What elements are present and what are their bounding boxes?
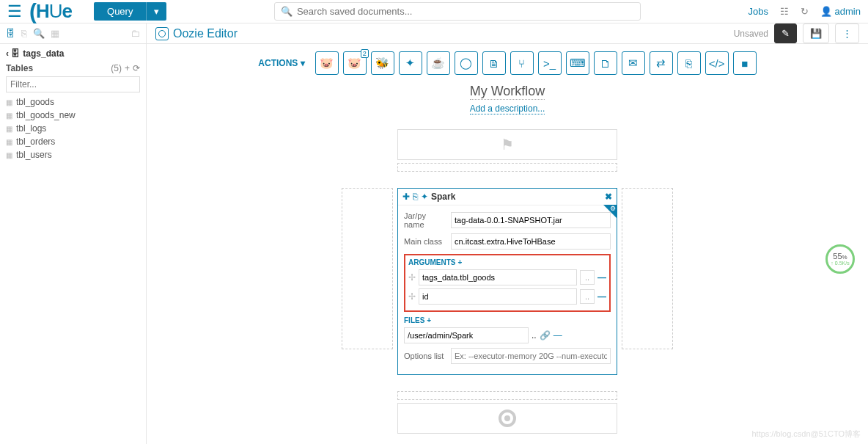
plus-icon: + — [457, 258, 462, 266]
tool-spark-icon[interactable]: ✦ — [399, 51, 422, 75]
settings-corner[interactable] — [603, 205, 617, 218]
copy-icon[interactable]: ⎘ — [21, 28, 27, 39]
tables-heading: Tables — [6, 63, 33, 73]
tool-pig2-icon[interactable]: 🐷2 — [343, 51, 367, 75]
argument-row: ✢..— — [408, 269, 606, 285]
tool-file-icon[interactable]: 🗋 — [594, 51, 617, 75]
tool-generic-icon[interactable]: </> — [705, 51, 729, 75]
table-row[interactable]: ▦tbl_orders — [6, 135, 140, 148]
files-header[interactable]: FILES + — [404, 316, 611, 324]
plus-icon: + — [427, 316, 431, 324]
drop-zone[interactable] — [397, 163, 617, 172]
link-icon[interactable]: 🔗 — [540, 330, 551, 341]
user-link[interactable]: 👤 admin — [820, 6, 861, 17]
jobs-link[interactable]: Jobs — [748, 6, 768, 17]
close-icon[interactable]: ✖ — [605, 192, 612, 202]
arg-dd[interactable]: .. — [580, 270, 595, 285]
table-row[interactable]: ▦tbl_logs — [6, 122, 140, 135]
file-input[interactable] — [404, 327, 529, 343]
zoom-icon[interactable]: 🔍 — [33, 28, 45, 39]
opts-label: Options list — [404, 352, 446, 360]
grip-icon[interactable]: ✢ — [408, 291, 416, 302]
arg-input[interactable] — [419, 288, 577, 305]
workflow-desc[interactable]: Add a description... — [470, 103, 545, 114]
table-row[interactable]: ▦tbl_users — [6, 148, 140, 161]
search-input[interactable] — [297, 6, 634, 17]
tool-ssh-icon[interactable]: ⌨ — [566, 51, 589, 75]
hamburger-icon[interactable]: ☰ — [7, 2, 22, 21]
editor-title: Oozie Editor — [147, 23, 246, 43]
workflow-title[interactable]: My Workflow — [470, 84, 545, 100]
tool-mail-icon[interactable]: ✉ — [622, 51, 645, 75]
table-row[interactable]: ▦tbl_goods_new — [6, 109, 140, 122]
table-icon: ▦ — [6, 98, 12, 106]
history-icon[interactable]: ↻ — [801, 6, 809, 17]
copy-icon[interactable]: ⎘ — [413, 192, 418, 202]
table-icon: ▦ — [6, 138, 12, 146]
save-button[interactable]: 💾 — [803, 23, 829, 43]
start-node: ⚑ — [397, 129, 617, 160]
minus-icon[interactable]: — — [597, 272, 606, 283]
more-button[interactable]: ⋮ — [835, 23, 859, 43]
class-input[interactable] — [451, 233, 611, 250]
argument-row: ✢..— — [408, 288, 606, 305]
class-label: Main class — [404, 237, 446, 246]
tool-stop-icon[interactable]: ■ — [733, 51, 757, 75]
opts-input[interactable] — [451, 348, 611, 364]
tool-fork-icon[interactable]: ⑂ — [510, 51, 534, 75]
tool-hive-icon[interactable]: 🐝 — [371, 51, 394, 75]
spark-node[interactable]: ✚ ⎘ ✦ Spark ✖ Jar/py name Main class ARG… — [397, 188, 617, 375]
tool-stream-icon[interactable]: ⇄ — [650, 51, 673, 75]
file-row: ..🔗— — [404, 327, 611, 343]
topbar: ☰ (HUe Query ▾ 🔍 Jobs ☷ ↻ 👤 admin — [0, 0, 868, 23]
table-filter-input[interactable] — [6, 76, 140, 92]
tool-java-icon[interactable]: ☕ — [427, 51, 450, 75]
performance-gauge: 55% ↑ 0.5K/s — [825, 244, 855, 274]
end-node — [397, 403, 617, 434]
folder-icon[interactable]: 🗀 — [130, 28, 140, 39]
tool-shell-icon[interactable]: >_ — [538, 51, 562, 75]
tool-loop-icon[interactable]: ◯ — [455, 51, 478, 75]
query-dropdown[interactable]: ▾ — [146, 2, 166, 21]
edit-button[interactable]: ✎ — [774, 23, 797, 43]
query-button[interactable]: Query — [94, 2, 146, 21]
jobs-icon[interactable]: ☷ — [780, 6, 789, 17]
oozie-icon — [155, 27, 169, 40]
arg-dd[interactable]: .. — [580, 289, 595, 304]
tool-doc-icon[interactable]: 🗎 — [482, 51, 506, 75]
secondbar: 🗄 ⎘ 🔍 ▦ 🗀 Oozie Editor Unsaved ✎ 💾 ⋮ — [0, 23, 868, 44]
arg-input[interactable] — [419, 269, 577, 285]
breadcrumb[interactable]: ‹ 🗄 tags_data — [6, 48, 140, 59]
jar-input[interactable] — [451, 212, 611, 228]
watermark: https://blog.csdn@51CTO博客 — [751, 429, 861, 440]
add-icon[interactable]: ✚ — [402, 192, 410, 202]
jar-label: Jar/py name — [404, 211, 446, 229]
hue-logo[interactable]: (HUe — [29, 0, 72, 24]
add-table-icon[interactable]: + — [125, 63, 130, 73]
search-icon: 🔍 — [281, 6, 293, 17]
actions-dropdown[interactable]: ACTIONS ▾ — [258, 58, 304, 68]
drop-zone-right[interactable] — [622, 188, 673, 349]
table-row[interactable]: ▦tbl_goods — [6, 95, 140, 109]
minus-icon[interactable]: — — [597, 291, 606, 302]
drop-zone[interactable] — [397, 391, 617, 400]
db-icon[interactable]: 🗄 — [6, 28, 15, 39]
table-icon: ▦ — [6, 151, 12, 159]
unsaved-label: Unsaved — [734, 29, 768, 39]
canvas: ACTIONS ▾ 🐷 🐷2 🐝 ✦ ☕ ◯ 🗎 ⑂ >_ ⌨ 🗋 ✉ ⇄ ⎘ … — [147, 44, 868, 444]
grid-icon[interactable]: ▦ — [51, 28, 59, 39]
grip-icon[interactable]: ✢ — [408, 272, 416, 283]
flag-icon: ⚑ — [501, 136, 514, 153]
end-icon — [499, 410, 516, 427]
minus-icon[interactable]: — — [553, 330, 562, 341]
table-icon: ▦ — [6, 112, 12, 120]
sidebar: ‹ 🗄 tags_data Tables (5) + ⟳ ▦tbl_goods▦… — [0, 44, 147, 444]
drop-zone-left[interactable] — [342, 188, 393, 349]
tool-pig-icon[interactable]: 🐷 — [315, 51, 339, 75]
spark-icon: ✦ — [421, 192, 428, 202]
file-dd[interactable]: .. — [532, 330, 537, 341]
search-box[interactable]: 🔍 — [274, 2, 641, 21]
arguments-header[interactable]: ARGUMENTS + — [408, 258, 606, 266]
refresh-icon[interactable]: ⟳ — [133, 63, 140, 73]
tool-distcp-icon[interactable]: ⎘ — [677, 51, 701, 75]
